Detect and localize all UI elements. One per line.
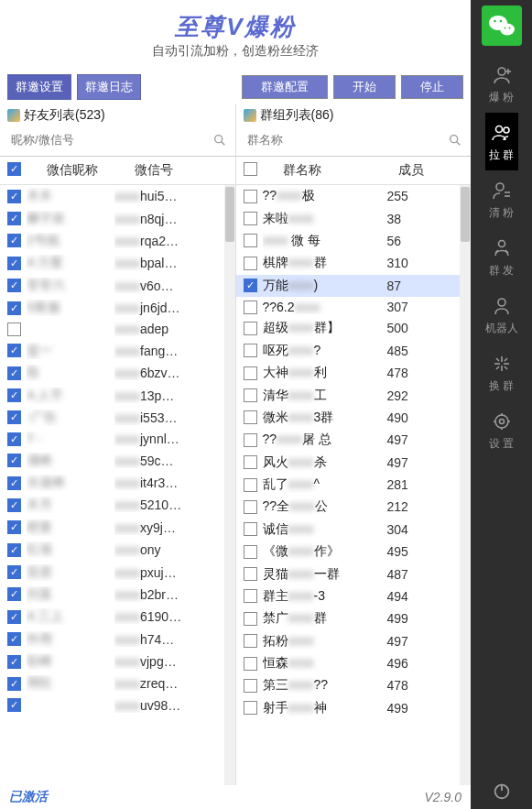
friend-checkbox[interactable] [7,410,21,424]
friend-row[interactable]: 狮子座 xxxxn8qj… [0,207,235,229]
group-row[interactable]: 大神xxxx利 478 [236,362,472,384]
group-row[interactable]: 微米xxxx3群 490 [236,407,472,429]
group-row[interactable]: 来啦xxxx 38 [236,207,472,229]
group-row[interactable]: 恒森xxxx 496 [236,652,472,674]
config-button[interactable]: 群邀配置 [242,75,328,99]
group-checkbox[interactable] [244,634,257,648]
friend-checkbox[interactable] [7,677,21,691]
friend-checkbox[interactable] [7,655,21,669]
group-checkbox[interactable] [244,257,257,270]
friend-checkbox[interactable] [7,344,21,357]
group-checkbox[interactable] [244,410,257,424]
group-checkbox[interactable] [244,567,257,581]
friend-checkbox[interactable] [7,257,21,270]
friend-checkbox[interactable] [7,388,21,402]
friend-row[interactable]: xxxxadep [0,319,235,339]
group-row[interactable]: 射手xxxx神 499 [236,697,472,719]
stop-button[interactable]: 停止 [401,75,463,99]
group-row[interactable]: ??6.2xxxx 307 [236,297,472,317]
search-icon[interactable] [212,132,228,148]
group-checkbox[interactable] [244,478,257,492]
group-checkbox[interactable] [244,366,257,380]
friend-checkbox[interactable] [7,498,21,512]
sidebar-item-qingfen[interactable]: 清 粉 [485,170,518,228]
friend-row[interactable]: xxxxuv98… [0,695,235,716]
group-row[interactable]: ??全xxxx公 212 [236,496,472,518]
group-row[interactable]: ??xxxx极 255 [236,185,472,207]
friend-checkbox[interactable] [7,301,21,315]
group-checkbox[interactable] [244,701,257,715]
group-row[interactable]: 拓粉xxxx 497 [236,630,472,652]
friend-checkbox[interactable] [7,234,21,247]
group-row[interactable]: 万能xxxx) 87 [236,275,472,297]
groups-search-input[interactable] [244,127,448,152]
groups-scrollbar[interactable] [460,185,471,785]
group-checkbox[interactable] [244,279,257,292]
friend-row[interactable]: 零零六 xxxxv6o… [0,275,235,297]
tab-group-logs[interactable]: 群邀日志 [77,74,141,100]
friend-row[interactable]: 满峰 xxxx59c… [0,450,235,472]
friend-row[interactable]: 外用 xxxxh74… [0,629,235,650]
friend-row[interactable]: 篮一 xxxxfang… [0,340,235,362]
group-row[interactable]: 呕死xxxx? 485 [236,340,472,362]
friends-search-input[interactable] [7,127,212,152]
sidebar-item-shezhi[interactable]: 设 置 [485,401,518,459]
group-checkbox[interactable] [244,500,257,514]
group-checkbox[interactable] [244,455,257,469]
friend-checkbox[interactable] [7,432,21,446]
sidebar-item-laqun[interactable]: 拉 群 [485,113,518,170]
friend-checkbox[interactable] [7,279,21,292]
friend-row[interactable]: 水速峰 xxxxit4r3… [0,472,235,494]
friend-row[interactable]: 百度 xxxxpxuj… [0,561,235,583]
friend-checkbox[interactable] [7,520,21,534]
friend-row[interactable]: A 三上 xxxx6190… [0,606,235,628]
friend-checkbox[interactable] [7,698,21,712]
group-checkbox[interactable] [244,322,257,335]
friend-row[interactable]: 2号线 xxxxrqa2… [0,230,235,252]
friends-scrollbar[interactable] [224,185,235,785]
friend-checkbox[interactable] [7,610,21,624]
group-checkbox[interactable] [244,679,257,693]
friend-row[interactable]: 木木 xxxxhui5… [0,185,235,207]
friend-checkbox[interactable] [7,476,21,490]
friend-row[interactable]: 红项 xxxxony [0,539,235,561]
friends-select-all-checkbox[interactable] [7,162,21,176]
group-checkbox[interactable] [244,589,257,603]
friend-checkbox[interactable] [7,190,21,203]
friend-row[interactable]: 刘某 xxxxb2br… [0,584,235,606]
group-checkbox[interactable] [244,433,257,447]
sidebar-item-robot[interactable]: 机器人 [485,286,518,344]
group-checkbox[interactable] [244,301,257,314]
group-checkbox[interactable] [244,344,257,357]
friend-row[interactable]: -广告 xxxxi553… [0,407,235,429]
group-row[interactable]: 灵猫xxxx一群 487 [236,563,472,585]
group-checkbox[interactable] [244,545,257,559]
friend-checkbox[interactable] [7,454,21,467]
group-row[interactable]: 乱了xxxx^ 281 [236,474,472,496]
group-checkbox[interactable] [244,657,257,671]
friend-checkbox[interactable] [7,632,21,646]
group-checkbox[interactable] [244,234,257,247]
friend-checkbox[interactable] [7,565,21,579]
tab-group-settings[interactable]: 群邀设置 [7,74,71,100]
group-checkbox[interactable] [244,388,257,402]
friend-row[interactable]: 周吐 xxxxzreq… [0,672,235,694]
friend-row[interactable]: 陈 xxxx6bzv… [0,362,235,384]
friend-checkbox[interactable] [7,366,21,380]
group-checkbox[interactable] [244,612,257,626]
friend-checkbox[interactable] [7,212,21,225]
sidebar-item-huanqun[interactable]: 换 群 [485,344,518,401]
sidebar-item-qunfa[interactable]: 群 发 [485,228,518,286]
group-checkbox[interactable] [244,212,257,225]
sidebar-item-baofen[interactable]: 爆 粉 [485,55,518,113]
friend-row[interactable]: 木月 xxxx5210… [0,494,235,516]
friend-checkbox[interactable] [7,587,21,601]
group-row[interactable]: xxxx 微 每 56 [236,230,472,252]
friend-checkbox[interactable] [7,543,21,557]
group-row[interactable]: 《微xxxx作》 495 [236,541,472,563]
group-row[interactable]: 超级xxxx群】 500 [236,317,472,339]
group-row[interactable]: 禁广xxxx群 499 [236,607,472,629]
group-checkbox[interactable] [244,522,257,536]
friend-row[interactable]: T - xxxxjynnl… [0,429,235,449]
group-row[interactable]: ??xxxx屠 总 497 [236,429,472,451]
